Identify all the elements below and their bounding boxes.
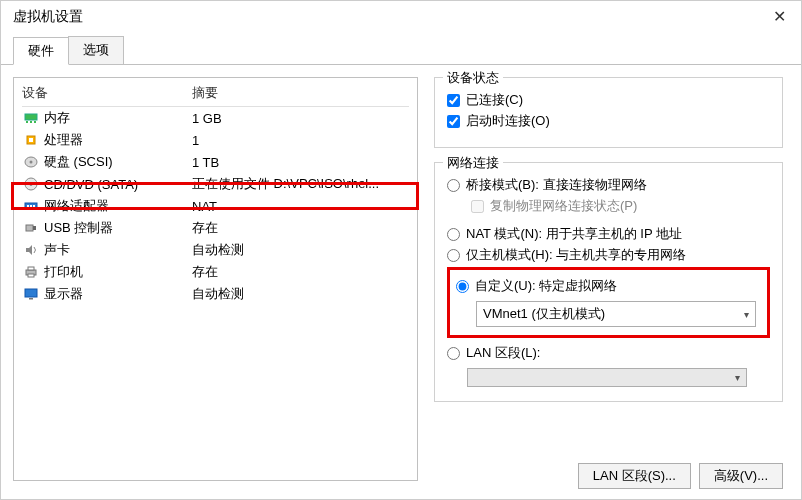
svg-rect-5 [29, 138, 33, 142]
device-name: 声卡 [44, 241, 192, 259]
svg-rect-12 [30, 205, 32, 207]
svg-rect-0 [25, 114, 37, 120]
cpu-icon [22, 132, 40, 148]
device-row-usb[interactable]: USB 控制器存在 [22, 217, 409, 239]
nat-radio[interactable]: NAT 模式(N): 用于共享主机的 IP 地址 [447, 225, 770, 243]
device-status-caption: 设备状态 [443, 69, 503, 87]
device-row-cd[interactable]: CD/DVD (SATA)正在使用文件 D:\VPC\ISO\rhel... [22, 173, 409, 195]
bridged-radio-input[interactable] [447, 179, 460, 192]
hostonly-label: 仅主机模式(H): 与主机共享的专用网络 [466, 246, 686, 264]
lanseg-dropdown: ▾ [467, 368, 747, 387]
printer-icon [22, 264, 40, 280]
memory-icon [22, 110, 40, 126]
device-name: 硬盘 (SCSI) [44, 153, 192, 171]
tab-options[interactable]: 选项 [68, 36, 124, 64]
tab-hardware[interactable]: 硬件 [13, 37, 69, 65]
connect-on-start-checkbox[interactable]: 启动时连接(O) [447, 112, 770, 130]
highlight-custom-section: 自定义(U): 特定虚拟网络 VMnet1 (仅主机模式) ▾ [447, 267, 770, 338]
svg-rect-19 [28, 274, 34, 277]
sound-icon [22, 242, 40, 258]
device-row-cpu[interactable]: 处理器1 [22, 129, 409, 151]
lanseg-radio[interactable]: LAN 区段(L): [447, 344, 770, 362]
device-status-group: 设备状态 已连接(C) 启动时连接(O) [434, 77, 783, 148]
svg-rect-18 [28, 267, 34, 270]
connect-on-start-label: 启动时连接(O) [466, 112, 550, 130]
custom-radio[interactable]: 自定义(U): 特定虚拟网络 [456, 277, 761, 295]
device-name: 显示器 [44, 285, 192, 303]
col-device-header: 设备 [22, 84, 192, 102]
nat-label: NAT 模式(N): 用于共享主机的 IP 地址 [466, 225, 682, 243]
replicate-checkbox: 复制物理网络连接状态(P) [471, 197, 770, 215]
hostonly-radio-input[interactable] [447, 249, 460, 262]
replicate-check-input [471, 200, 484, 213]
device-row-net[interactable]: 网络适配器NAT [22, 195, 409, 217]
chevron-down-icon: ▾ [735, 372, 740, 383]
dialog-body: 设备 摘要 内存1 GB处理器1硬盘 (SCSI)1 TBCD/DVD (SAT… [1, 65, 801, 493]
svg-rect-15 [33, 226, 36, 230]
device-name: 打印机 [44, 263, 192, 281]
cd-icon [22, 176, 40, 192]
tab-strip: 硬件 选项 [1, 36, 801, 65]
hostonly-radio[interactable]: 仅主机模式(H): 与主机共享的专用网络 [447, 246, 770, 264]
svg-rect-11 [27, 205, 29, 207]
device-summary: 1 [192, 133, 409, 148]
connected-checkbox[interactable]: 已连接(C) [447, 91, 770, 109]
device-row-printer[interactable]: 打印机存在 [22, 261, 409, 283]
device-summary: 存在 [192, 219, 409, 237]
svg-rect-13 [33, 205, 35, 207]
device-row-memory[interactable]: 内存1 GB [22, 107, 409, 129]
bridged-radio[interactable]: 桥接模式(B): 直接连接物理网络 [447, 176, 770, 194]
chevron-down-icon: ▾ [744, 309, 749, 320]
titlebar: 虚拟机设置 ✕ [1, 1, 801, 32]
device-name: USB 控制器 [44, 219, 192, 237]
device-summary: 1 GB [192, 111, 409, 126]
svg-marker-16 [26, 245, 32, 255]
vm-settings-window: 虚拟机设置 ✕ 硬件 选项 设备 摘要 内存1 GB处理器1硬盘 (SCSI)1… [0, 0, 802, 500]
device-name: 处理器 [44, 131, 192, 149]
device-summary: 自动检测 [192, 285, 409, 303]
custom-label: 自定义(U): 特定虚拟网络 [475, 277, 617, 295]
bridged-label: 桥接模式(B): 直接连接物理网络 [466, 176, 647, 194]
device-summary: 存在 [192, 263, 409, 281]
usb-icon [22, 220, 40, 236]
svg-point-7 [30, 161, 33, 164]
device-summary: 1 TB [192, 155, 409, 170]
lanseg-radio-input[interactable] [447, 347, 460, 360]
custom-network-dropdown[interactable]: VMnet1 (仅主机模式) ▾ [476, 301, 756, 327]
footer-buttons: LAN 区段(S)... 高级(V)... [578, 463, 783, 489]
svg-rect-21 [29, 298, 33, 300]
advanced-button[interactable]: 高级(V)... [699, 463, 783, 489]
display-icon [22, 286, 40, 302]
network-connection-group: 网络连接 桥接模式(B): 直接连接物理网络 复制物理网络连接状态(P) NAT… [434, 162, 783, 402]
network-connection-caption: 网络连接 [443, 154, 503, 172]
settings-pane: 设备状态 已连接(C) 启动时连接(O) 网络连接 桥接模式(B): 直接连接物… [434, 77, 789, 481]
svg-point-9 [30, 183, 33, 186]
hdd-icon [22, 154, 40, 170]
device-summary: NAT [192, 199, 409, 214]
device-list-header: 设备 摘要 [22, 84, 409, 107]
svg-rect-1 [26, 121, 28, 123]
custom-network-value: VMnet1 (仅主机模式) [483, 305, 605, 323]
device-row-hdd[interactable]: 硬盘 (SCSI)1 TB [22, 151, 409, 173]
device-name: 内存 [44, 109, 192, 127]
svg-rect-20 [25, 289, 37, 297]
col-summary-header: 摘要 [192, 84, 409, 102]
connected-label: 已连接(C) [466, 91, 523, 109]
device-list: 设备 摘要 内存1 GB处理器1硬盘 (SCSI)1 TBCD/DVD (SAT… [13, 77, 418, 481]
svg-rect-2 [30, 121, 32, 123]
lanseg-label: LAN 区段(L): [466, 344, 540, 362]
custom-radio-input[interactable] [456, 280, 469, 293]
device-row-sound[interactable]: 声卡自动检测 [22, 239, 409, 261]
net-icon [22, 198, 40, 214]
nat-radio-input[interactable] [447, 228, 460, 241]
device-name: 网络适配器 [44, 197, 192, 215]
lan-segments-button[interactable]: LAN 区段(S)... [578, 463, 691, 489]
close-icon[interactable]: ✕ [757, 7, 801, 26]
window-title: 虚拟机设置 [13, 8, 83, 26]
connect-on-start-check-input[interactable] [447, 115, 460, 128]
connected-check-input[interactable] [447, 94, 460, 107]
device-summary: 正在使用文件 D:\VPC\ISO\rhel... [192, 175, 409, 193]
svg-rect-3 [34, 121, 36, 123]
svg-rect-14 [26, 225, 33, 231]
device-row-display[interactable]: 显示器自动检测 [22, 283, 409, 305]
